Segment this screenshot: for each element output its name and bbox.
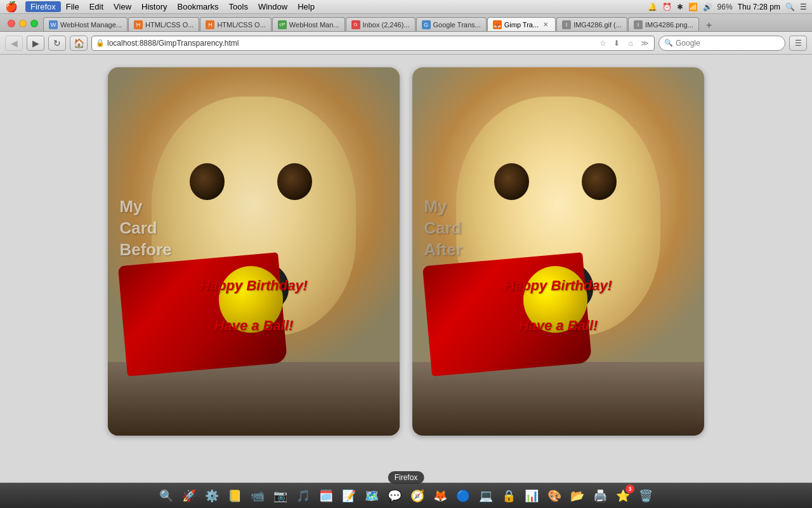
dock-music[interactable]: 🎵 [293,486,313,506]
tab-5[interactable]: G Inbox (2,246)... [346,17,416,31]
dock-printer[interactable]: 🖨️ [590,486,610,506]
tab-8-label: IMG4286.gif (... [573,21,622,29]
menu-item-view[interactable]: View [108,1,136,12]
browser-toolbar: ◀ ▶ ↻ 🏠 🔒 ☆ ⬇ ⌂ ≫ 🔍 ☰ [0,32,812,55]
minimize-button[interactable] [19,20,27,27]
tab-1[interactable]: W WebHost Manage... [43,17,128,31]
dock-photoshop[interactable]: 🎨 [544,486,565,506]
menu-button[interactable]: ☰ [789,36,807,51]
battery-indicator: 96% [717,3,733,11]
dock-badge: 3 [625,485,634,493]
dog-eye-right [277,163,312,200]
tab-7[interactable]: 🦊 Gimp Tra... ✕ [487,17,556,31]
tab-1-favicon: W [49,20,58,29]
maximize-button[interactable] [30,20,38,27]
new-tab-button[interactable]: + [702,20,716,31]
tab-2-favicon: H [134,20,143,29]
before-label: My Card Before [119,196,171,260]
tab-5-label: Inbox (2,246)... [363,21,410,29]
dock-files[interactable]: 📂 [567,486,587,506]
wifi-icon[interactable]: 📶 [688,3,698,11]
bluetooth-icon[interactable]: ✱ [677,3,683,11]
dock-chrome[interactable]: 🔵 [453,486,473,506]
dog-image-before: My Card Before Happy Birthday! Have a Ba… [108,67,400,436]
menu-item-file[interactable]: File [61,1,84,12]
tab-8-favicon: I [562,20,571,29]
menu-item-window[interactable]: Window [253,1,292,12]
dock-calendar[interactable]: 🗓️ [316,486,336,506]
forward-button[interactable]: ▶ [27,36,44,51]
home-button[interactable]: 🏠 [70,36,88,51]
volume-icon[interactable]: 🔊 [703,3,712,11]
firefox-tooltip: Firefox [388,471,424,484]
tab-7-close[interactable]: ✕ [541,20,550,29]
tab-9[interactable]: I IMG4286.png... [628,17,699,31]
dock-security[interactable]: 🔒 [499,486,519,506]
after-label: My Card After [424,196,462,260]
dog-eye-right-after [582,163,617,200]
google-icon: 🔍 [664,39,673,47]
clock-display: Thu 7:28 pm [738,3,780,11]
tab-2[interactable]: H HTML/CSS O... [128,17,199,31]
clock-icon: ⏰ [662,3,672,11]
menu-item-history[interactable]: History [136,1,172,12]
browser-window: W WebHost Manage... H HTML/CSS O... H HT… [0,14,812,483]
reload-button[interactable]: ↻ [48,36,66,51]
cards-container: My Card Before Happy Birthday! Have a Ba… [108,67,704,436]
menu-item-help[interactable]: Help [292,1,320,12]
home-nav-icon[interactable]: ⌂ [625,37,636,49]
dock-terminal[interactable]: 💻 [476,486,496,506]
page-content: My Card Before Happy Birthday! Have a Ba… [0,55,812,483]
address-bar-input[interactable] [107,39,594,48]
dog-eye-left [190,163,225,200]
dock-spreadsheet[interactable]: 📊 [521,486,542,506]
notification-icon[interactable]: 🔔 [648,3,657,11]
search-input[interactable] [676,39,780,48]
dock-addressbook[interactable]: 📒 [225,486,245,506]
menu-item-tools[interactable]: Tools [224,1,253,12]
tab-6-label: Google Trans... [433,21,481,29]
bookmark-star-icon[interactable]: ☆ [597,37,608,49]
dock-messages[interactable]: 💬 [384,486,405,506]
menu-extra-icon[interactable]: ☰ [800,3,807,11]
dock-preferences[interactable]: ⚙️ [202,486,222,506]
tab-2-label: HTML/CSS O... [145,21,193,29]
tab-4[interactable]: cP WebHost Man... [272,17,345,31]
tab-4-label: WebHost Man... [289,21,339,29]
menu-item-bookmarks[interactable]: Bookmarks [173,1,224,12]
tab-5-favicon: G [351,20,360,29]
dock-notes[interactable]: 📝 [339,486,359,506]
tabs-list: W WebHost Manage... H HTML/CSS O... H HT… [43,17,809,31]
tab-1-label: WebHost Manage... [60,21,122,29]
apple-menu[interactable]: 🍎 [5,1,18,13]
dock-photos[interactable]: 📷 [270,486,291,506]
dock-starred[interactable]: ⭐ 3 [613,486,633,506]
tab-7-label: Gimp Tra... [504,21,539,29]
tab-3-favicon: H [206,20,214,29]
tab-8[interactable]: I IMG4286.gif (... [556,17,627,31]
address-bar-icons: ☆ ⬇ ⌂ ≫ [597,37,650,49]
nav-more-icon[interactable]: ≫ [639,37,650,49]
dock-maps[interactable]: 🗺️ [362,486,382,506]
dock-launchpad[interactable]: 🚀 [179,486,199,506]
back-button[interactable]: ◀ [5,36,23,51]
search-menu-icon[interactable]: 🔍 [785,3,795,11]
dog-eye-left-after [494,163,529,200]
tab-6-favicon: G [422,20,431,29]
menu-item-edit[interactable]: Edit [84,1,108,12]
tab-3-label: HTML/CSS O... [217,21,265,29]
dock-trash[interactable]: 🗑️ [636,486,656,506]
tab-3[interactable]: H HTML/CSS O... [200,17,271,31]
security-lock-icon: 🔒 [96,39,105,47]
dock-facetime[interactable]: 📹 [247,486,268,506]
tab-6[interactable]: G Google Trans... [416,17,487,31]
dock-safari[interactable]: 🧭 [407,486,428,506]
dock-finder[interactable]: 🔍 [156,486,176,506]
tab-7-favicon: 🦊 [493,20,502,29]
traffic-lights [3,20,43,31]
download-icon[interactable]: ⬇ [611,37,622,49]
search-bar: 🔍 [658,36,785,51]
close-button[interactable] [8,20,15,27]
menu-item-app[interactable]: Firefox [25,1,61,12]
dock-firefox[interactable]: 🦊 [430,486,450,506]
